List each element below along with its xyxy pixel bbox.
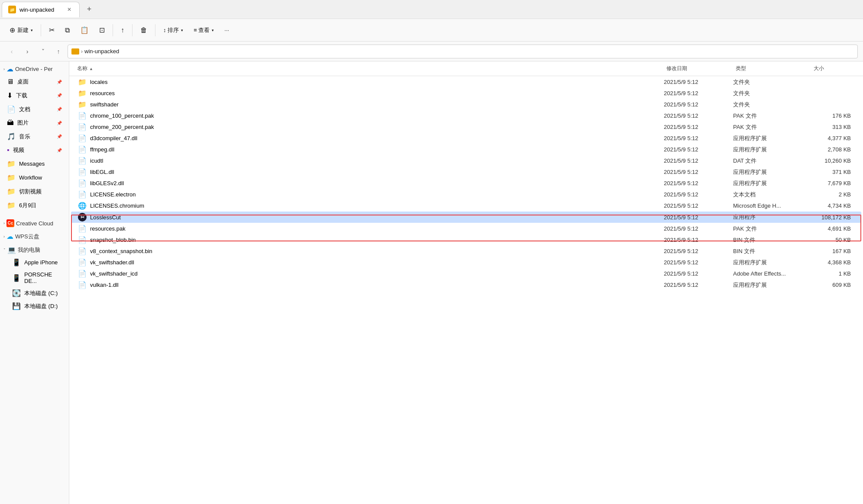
sidebar-item-desktop[interactable]: 🖥 桌面 📌 — [2, 75, 67, 88]
share-icon: ↑ — [121, 26, 124, 34]
file-row-vk-swiftshader-icd[interactable]: 📄vk_swiftshader_icd 2021/5/9 5:12 Adobe … — [71, 268, 861, 279]
file-row-libegl[interactable]: 📄libEGL.dll 2021/5/9 5:12 应用程序扩展 371 KB — [71, 167, 861, 177]
sidebar-label-cut-video: 切割视频 — [19, 188, 42, 196]
view-button[interactable]: ≡ 查看 ▾ — [189, 24, 218, 37]
sidebar-item-wps[interactable]: › ☁ WPS云盘 — [0, 229, 69, 242]
sidebar-label-june9: 6月9日 — [19, 202, 36, 209]
sidebar-label-documents: 文档 — [19, 106, 30, 113]
sort-label: ↕ 排序 — [163, 26, 179, 34]
folder-icon: 📁 — [78, 78, 87, 86]
file-row-chrome200[interactable]: 📄chrome_200_percent.pak 2021/5/9 5:12 PA… — [71, 122, 861, 132]
sidebar: › ☁ OneDrive - Per 🖥 桌面 📌 ⬇ 下载 📌 📄 文档 📌 … — [0, 61, 69, 504]
active-tab[interactable]: 📁 win-unpacked ✕ — [2, 2, 80, 17]
share-button[interactable]: ↑ — [116, 24, 129, 37]
file-row-locales[interactable]: 📁locales 2021/5/9 5:12 文件夹 — [71, 77, 861, 87]
dropdown-button[interactable]: ˅ — [36, 45, 49, 58]
sidebar-label-workflow: Workflow — [19, 174, 42, 181]
new-chevron: ▾ — [31, 28, 33, 32]
file-row-d3dcompiler[interactable]: 📄d3dcompiler_47.dll 2021/5/9 5:12 应用程序扩展… — [71, 133, 861, 144]
file-row-resources-pak[interactable]: 📄resources.pak 2021/5/9 5:12 PAK 文件 4,69… — [71, 223, 861, 234]
file-row-snapshot-blob[interactable]: 📄snapshot_blob.bin 2021/5/9 5:12 BIN 文件 … — [71, 234, 861, 245]
toolbar: ⊕ 新建 ▾ ✂ ⧉ 📋 ⊡ ↑ 🗑 ↕ 排序 ▾ ≡ 查看 ▾ ··· — [0, 19, 863, 42]
rename-button[interactable]: ⊡ — [95, 23, 109, 37]
paste-icon: 📋 — [80, 26, 89, 34]
edge-icon: 🌐 — [78, 202, 87, 210]
more-button[interactable]: ··· — [220, 24, 233, 36]
sidebar-item-my-computer[interactable]: ˅ 💻 我的电脑 — [0, 242, 69, 256]
music-icon: 🎵 — [7, 132, 16, 141]
dll-icon: 📄 — [78, 134, 87, 142]
new-icon: ⊕ — [10, 26, 15, 34]
file-row-ffmpeg[interactable]: 📄ffmpeg.dll 2021/5/9 5:12 应用程序扩展 2,708 K… — [71, 144, 861, 155]
sidebar-item-downloads[interactable]: ⬇ 下载 📌 — [2, 89, 67, 102]
file-row-chrome100[interactable]: 📄chrome_100_percent.pak 2021/5/9 5:12 PA… — [71, 110, 861, 121]
sidebar-item-documents[interactable]: 📄 文档 📌 — [2, 103, 67, 116]
cut-video-folder-icon: 📁 — [7, 187, 16, 196]
new-button[interactable]: ⊕ 新建 ▾ — [5, 23, 37, 37]
more-label: ··· — [224, 27, 229, 33]
sidebar-item-drive-d[interactable]: 💾 本地磁盘 (D:) — [2, 300, 67, 312]
sort-button[interactable]: ↕ 排序 ▾ — [159, 24, 187, 37]
forward-button[interactable]: › — [21, 45, 34, 58]
file-row-vulkan[interactable]: 📄vulkan-1.dll 2021/5/9 5:12 应用程序扩展 609 K… — [71, 279, 861, 290]
up-button[interactable]: ↑ — [52, 45, 65, 58]
paste-button[interactable]: 📋 — [76, 23, 93, 37]
dll-icon-5: 📄 — [78, 258, 87, 266]
pictures-icon: 🏔 — [7, 119, 14, 127]
file-row-swiftshader[interactable]: 📁swiftshader 2021/5/9 5:12 文件夹 — [71, 99, 861, 110]
onedrive-icon: ☁ — [6, 65, 13, 73]
tab-close-button[interactable]: ✕ — [65, 6, 73, 13]
new-tab-button[interactable]: + — [82, 3, 96, 16]
sidebar-item-june9[interactable]: 📁 6月9日 — [2, 199, 67, 212]
videos-icon: ▪ — [7, 146, 10, 154]
col-header-size[interactable]: 大小 — [813, 63, 856, 74]
delete-icon: 🗑 — [140, 26, 147, 34]
sidebar-item-creative-cloud[interactable]: › Cc Creative Cloud — [0, 216, 69, 229]
view-label: ≡ 查看 — [194, 26, 210, 34]
cut-button[interactable]: ✂ — [45, 23, 59, 37]
delete-button[interactable]: 🗑 — [136, 24, 152, 37]
documents-icon: 📄 — [7, 105, 16, 113]
breadcrumb[interactable]: › win-unpacked — [68, 45, 858, 58]
cut-icon: ✂ — [49, 26, 55, 34]
ae-icon: 📄 — [78, 270, 87, 278]
file-row-libglesv2[interactable]: 📄libGLESv2.dll 2021/5/9 5:12 应用程序扩展 7,67… — [71, 178, 861, 189]
sidebar-item-cut-video[interactable]: 📁 切割视频 — [2, 185, 67, 198]
sidebar-item-pictures[interactable]: 🏔 图片 📌 — [2, 116, 67, 129]
pak-icon-3: 📄 — [78, 225, 87, 233]
dll-icon-6: 📄 — [78, 281, 87, 289]
sidebar-item-messages[interactable]: 📁 Messages — [2, 157, 67, 170]
copy-button[interactable]: ⧉ — [61, 24, 74, 37]
col-header-name[interactable]: 名称 ▲ — [76, 63, 666, 74]
pin-icon-pictures: 📌 — [57, 121, 62, 125]
workflow-folder-icon: 📁 — [7, 173, 16, 182]
sidebar-item-videos[interactable]: ▪ 视频 📌 — [2, 144, 67, 157]
breadcrumb-item-win-unpacked[interactable]: win-unpacked — [84, 48, 119, 55]
file-row-losslesscut[interactable]: ✂ LosslessCut 2021/5/9 5:12 应用程序 108,172… — [71, 212, 861, 223]
sidebar-item-music[interactable]: 🎵 音乐 📌 — [2, 130, 67, 143]
file-row-license-electron[interactable]: 📄LICENSE.electron 2021/5/9 5:12 文本文档 2 K… — [71, 189, 861, 200]
sidebar-item-onedrive[interactable]: › ☁ OneDrive - Per — [0, 61, 69, 75]
sidebar-label-music: 音乐 — [19, 133, 30, 141]
porsche-icon: 📱 — [12, 274, 21, 282]
sidebar-label-drive-d: 本地磁盘 (D:) — [24, 302, 58, 310]
col-header-date[interactable]: 修改日期 — [666, 63, 735, 74]
sidebar-item-drive-c[interactable]: 💽 本地磁盘 (C:) — [2, 287, 67, 299]
file-row-v8-snapshot[interactable]: 📄v8_context_snapshot.bin 2021/5/9 5:12 B… — [71, 246, 861, 257]
messages-folder-icon: 📁 — [7, 160, 16, 168]
breadcrumb-folder-icon — [71, 48, 79, 55]
file-row-vk-swiftshader-dll[interactable]: 📄vk_swiftshader.dll 2021/5/9 5:12 应用程序扩展… — [71, 257, 861, 268]
cc-chevron-icon: › — [3, 221, 5, 225]
sidebar-item-apple-iphone[interactable]: 📱 Apple iPhone — [2, 256, 67, 269]
col-header-type[interactable]: 类型 — [735, 63, 813, 74]
file-row-licenses-chromium[interactable]: 🌐 LICENSES.chromium 2021/5/9 5:12 Micros… — [71, 200, 861, 211]
dll-icon-2: 📄 — [78, 145, 87, 154]
sidebar-item-workflow[interactable]: 📁 Workflow — [2, 171, 67, 184]
app-icon: ✂ — [78, 213, 87, 222]
address-bar: ‹ › ˅ ↑ › win-unpacked — [0, 42, 863, 61]
file-row-resources[interactable]: 📁resources 2021/5/9 5:12 文件夹 — [71, 88, 861, 99]
column-headers: 名称 ▲ 修改日期 类型 大小 — [69, 61, 863, 76]
sidebar-item-porsche[interactable]: 📱 PORSCHE DE... — [2, 269, 67, 286]
back-button[interactable]: ‹ — [5, 45, 18, 58]
file-row-icudtl[interactable]: 📄icudtl 2021/5/9 5:12 DAT 文件 10,260 KB — [71, 155, 861, 166]
